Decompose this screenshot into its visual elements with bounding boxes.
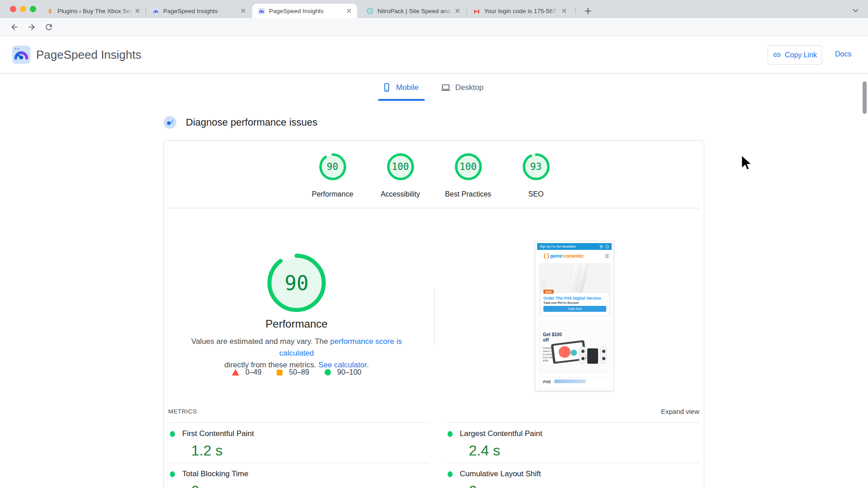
performance-heading: Performance bbox=[184, 318, 410, 330]
metric-value: 0 bbox=[469, 483, 700, 488]
tab-pagespeed-1[interactable]: PageSpeed Insights bbox=[146, 4, 251, 18]
score-description: Values are estimated and may vary. The p… bbox=[175, 336, 419, 371]
legend-range: 90–100 bbox=[337, 368, 361, 376]
pagespeed-favicon bbox=[258, 7, 265, 15]
diagnose-gauge-icon bbox=[163, 116, 177, 129]
chevron-down-icon[interactable] bbox=[853, 6, 859, 14]
thumb-brand-game: game bbox=[550, 253, 562, 258]
score-best-practices[interactable]: 100 Best Practices bbox=[434, 153, 502, 198]
diagnose-title: Diagnose performance issues bbox=[186, 117, 317, 128]
maximize-window-button[interactable] bbox=[30, 6, 36, 12]
link-icon bbox=[773, 51, 781, 59]
score-seo[interactable]: 93 SEO bbox=[502, 153, 570, 198]
mobile-phone-icon bbox=[382, 83, 392, 92]
tab-mobile[interactable]: Mobile bbox=[382, 83, 419, 92]
pagespeed-logo-icon bbox=[12, 45, 31, 66]
tab-plugins[interactable]: () Plugins ‹ Buy The Xbox Series bbox=[41, 4, 146, 18]
close-window-button[interactable] bbox=[10, 6, 16, 12]
tab-gmail[interactable]: Your login code is 175-567 - bbox=[467, 4, 572, 18]
green-status-dot bbox=[170, 471, 175, 477]
score-performance[interactable]: 90 Performance bbox=[299, 153, 367, 198]
mouse-cursor bbox=[741, 155, 752, 172]
tab-desktop-label: Desktop bbox=[455, 83, 483, 92]
copy-link-button[interactable]: Copy Link bbox=[768, 45, 822, 65]
metric-total-blocking-time: Total Blocking Time 0 ms bbox=[168, 463, 429, 488]
metrics-heading: METRICS bbox=[168, 408, 197, 415]
thumb-new-badge: NEW bbox=[543, 290, 554, 294]
tab-close-icon[interactable] bbox=[345, 7, 353, 15]
tab-separator bbox=[575, 7, 576, 14]
metric-value: 2.4 s bbox=[469, 442, 700, 459]
thumb-order-button: Order Now bbox=[543, 306, 606, 312]
metric-first-contentful-paint: First Contentful Paint 1.2 s bbox=[168, 422, 429, 463]
pagespeed-favicon bbox=[152, 7, 160, 15]
thumb-logo-brackets: ( ) bbox=[544, 253, 549, 259]
vertical-divider bbox=[434, 288, 435, 345]
legend-item-fail: 0–49 bbox=[232, 368, 262, 376]
green-status-dot bbox=[448, 471, 453, 477]
thumb-newsletter-text: Sign Up For Our Newsletter bbox=[540, 245, 576, 248]
browser-toolbar: pagespeed.web.dev/analysis/https-gamecon… bbox=[0, 18, 868, 36]
score-label: Accessibility bbox=[381, 190, 420, 198]
thumb-product-subtitle: Trade your PS4 for Discount bbox=[543, 301, 606, 304]
thumb-offer-text: Get $100 off bbox=[543, 332, 562, 343]
tab-desktop[interactable]: Desktop bbox=[441, 83, 483, 93]
category-scores: 90 Performance 100 Accessibility 100 Bes… bbox=[164, 153, 705, 198]
copy-link-label: Copy Link bbox=[785, 51, 817, 59]
thumb-product-info: NEW Order The PS5 Digital Version Trade … bbox=[541, 293, 609, 315]
thumb-product-title: Order The PS5 Digital Version bbox=[543, 296, 606, 300]
new-tab-button[interactable] bbox=[581, 5, 594, 17]
legend-item-pass: 90–100 bbox=[325, 368, 361, 376]
pagespeed-header: PageSpeed Insights Copy Link Docs bbox=[0, 36, 868, 74]
minimize-window-button[interactable] bbox=[20, 6, 26, 12]
metric-label: First Contentful Paint bbox=[182, 429, 254, 438]
tab-mobile-label: Mobile bbox=[396, 83, 419, 92]
tab-pagespeed-active[interactable]: PageSpeed Insights bbox=[252, 4, 357, 18]
tab-title: Your login code is 175-567 - bbox=[484, 8, 560, 14]
thumb-product-card-ps5-partial: PS5 bbox=[539, 377, 611, 390]
metrics-column-right: Largest Contentful Paint 2.4 s Cumulativ… bbox=[446, 422, 700, 488]
score-value: 90 bbox=[319, 153, 346, 180]
gmail-favicon bbox=[473, 7, 481, 15]
site-screenshot-thumbnail: Sign Up For Our Newsletter ·· ( ) game c… bbox=[535, 241, 614, 391]
score-label: Best Practices bbox=[445, 190, 491, 198]
red-triangle-icon bbox=[232, 369, 239, 375]
tab-close-icon[interactable] bbox=[239, 7, 247, 15]
tab-close-icon[interactable] bbox=[133, 7, 141, 15]
tab-nitropack[interactable]: NitroPack | Site Speed and Pe bbox=[361, 4, 466, 18]
reload-button[interactable] bbox=[44, 23, 53, 32]
thumb-site-logo: ·· ( ) game consolez ☰ bbox=[537, 251, 612, 261]
thumb-info-icon bbox=[605, 245, 609, 249]
page-title: PageSpeed Insights bbox=[36, 48, 142, 62]
tab-close-icon[interactable] bbox=[560, 7, 568, 15]
page-scrollbar-thumb[interactable] bbox=[863, 81, 867, 114]
score-legend: 0–49 50–89 90–100 bbox=[175, 368, 419, 376]
forward-button[interactable] bbox=[27, 23, 36, 32]
thumb-joycon-left bbox=[579, 347, 586, 364]
desktop-laptop-icon bbox=[441, 83, 451, 93]
thumb-switch-dock bbox=[587, 348, 598, 364]
tab-title: PageSpeed Insights bbox=[269, 8, 345, 14]
metric-label: Largest Contentful Paint bbox=[460, 429, 542, 438]
green-status-dot bbox=[170, 431, 175, 437]
legend-range: 50–89 bbox=[289, 368, 309, 376]
score-accessibility[interactable]: 100 Accessibility bbox=[367, 153, 434, 198]
green-status-dot bbox=[448, 431, 453, 437]
form-factor-tabs: Mobile Desktop bbox=[0, 83, 868, 103]
metric-largest-contentful-paint: Largest Contentful Paint 2.4 s bbox=[446, 422, 700, 463]
thumb-ps5-logo: PS5 bbox=[543, 380, 551, 384]
back-button[interactable] bbox=[10, 23, 19, 32]
metric-value: 0 ms bbox=[191, 483, 429, 488]
legend-item-average: 50–89 bbox=[277, 368, 309, 376]
docs-link[interactable]: Docs bbox=[835, 50, 851, 58]
description-text: Values are estimated and may vary. The bbox=[191, 337, 330, 346]
section-divider bbox=[168, 208, 700, 208]
thumb-joycon-right bbox=[600, 347, 607, 364]
active-tab-underline bbox=[378, 99, 425, 101]
thumb-newsletter-bar: Sign Up For Our Newsletter bbox=[537, 243, 612, 250]
thumb-product-card-switch: Get $100 off Nintendo Switch OLED + 2 co… bbox=[539, 320, 611, 373]
tab-separator bbox=[146, 7, 146, 14]
tab-separator bbox=[467, 7, 467, 14]
expand-view-button[interactable]: Expand view bbox=[661, 408, 699, 415]
tab-close-icon[interactable] bbox=[453, 7, 461, 15]
